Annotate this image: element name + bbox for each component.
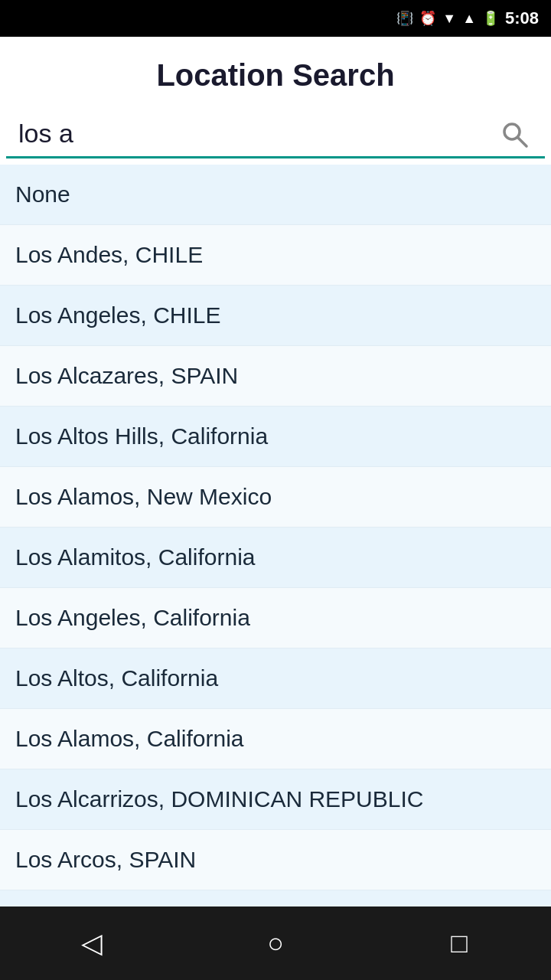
search-input[interactable]: [15, 111, 493, 156]
list-item[interactable]: Los Alcazares, SPAIN: [0, 346, 551, 407]
page-title: Location Search: [0, 37, 551, 111]
search-icon: [499, 119, 530, 149]
recents-button[interactable]: □: [429, 913, 490, 974]
list-item[interactable]: Los Angeles, CHILE: [0, 286, 551, 346]
battery-icon: 🔋: [482, 10, 499, 27]
list-item[interactable]: Los Altos, California: [0, 648, 551, 709]
status-time: 5:08: [505, 8, 539, 28]
vibrate-icon: 📳: [396, 10, 413, 27]
alarm-icon: ⏰: [419, 10, 436, 27]
svg-line-1: [518, 137, 527, 146]
home-button[interactable]: ○: [245, 913, 306, 974]
results-list: NoneLos Andes, CHILELos Angeles, CHILELo…: [0, 165, 551, 951]
search-button[interactable]: [493, 113, 536, 155]
list-item[interactable]: Los Altos Hills, California: [0, 407, 551, 467]
wifi-icon: ▼: [442, 11, 456, 27]
list-item[interactable]: Los Arcos, SPAIN: [0, 830, 551, 890]
back-button[interactable]: ◁: [61, 913, 122, 974]
status-icons: 📳 ⏰ ▼ ▲ 🔋 5:08: [396, 8, 539, 28]
nav-bar: ◁ ○ □: [0, 906, 551, 980]
list-item[interactable]: Los Alamos, California: [0, 709, 551, 769]
list-item[interactable]: Los Alamos, New Mexico: [0, 467, 551, 528]
list-item[interactable]: Los Andes, CHILE: [0, 225, 551, 286]
signal-icon: ▲: [462, 11, 476, 27]
list-item[interactable]: Los Angeles, California: [0, 588, 551, 648]
status-bar: 📳 ⏰ ▼ ▲ 🔋 5:08: [0, 0, 551, 37]
list-item[interactable]: None: [0, 165, 551, 225]
list-item[interactable]: Los Alcarrizos, DOMINICAN REPUBLIC: [0, 769, 551, 830]
search-bar: [6, 111, 545, 158]
list-item[interactable]: Los Alamitos, California: [0, 528, 551, 588]
